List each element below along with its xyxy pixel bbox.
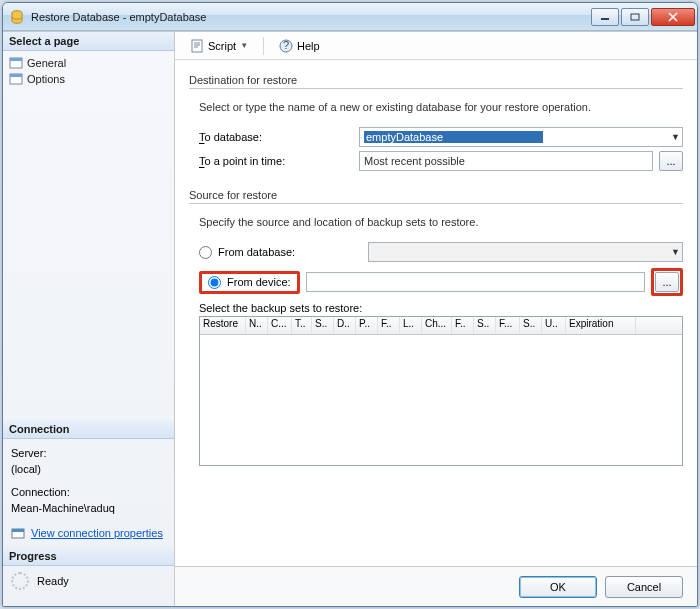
page-options[interactable]: Options: [7, 71, 170, 87]
svg-rect-4: [10, 58, 22, 61]
titlebar[interactable]: Restore Database - emptyDatabase: [3, 3, 697, 31]
from-database-dropdown[interactable]: ▼: [368, 242, 683, 262]
column-header[interactable]: F..: [378, 317, 400, 334]
column-header[interactable]: Ch...: [422, 317, 452, 334]
column-header[interactable]: C...: [268, 317, 292, 334]
page-label: Options: [27, 73, 65, 85]
backup-sets-grid[interactable]: RestoreN..C...T..S..D..P..F..L..Ch...F..…: [199, 316, 683, 466]
to-point-browse-button[interactable]: ...: [659, 151, 683, 171]
source-group-label: Source for restore: [189, 189, 683, 201]
from-device-radio[interactable]: [208, 276, 221, 289]
page-icon: [9, 56, 23, 70]
sidebar: Select a page General Options Connection…: [3, 32, 175, 606]
divider: [189, 203, 683, 204]
to-point-field[interactable]: Most recent possible: [359, 151, 653, 171]
toolbar: Script ▼ ? Help: [175, 32, 697, 60]
restore-database-dialog: Restore Database - emptyDatabase Select …: [2, 2, 698, 607]
column-header[interactable]: S..: [312, 317, 334, 334]
page-general[interactable]: General: [7, 55, 170, 71]
page-icon: [9, 72, 23, 86]
to-database-dropdown[interactable]: emptyDatabase ▼: [359, 127, 683, 147]
column-header[interactable]: T..: [292, 317, 312, 334]
column-header[interactable]: U..: [542, 317, 566, 334]
main-panel: Script ▼ ? Help Destination for restore …: [175, 32, 697, 606]
window-title: Restore Database - emptyDatabase: [31, 11, 589, 23]
column-header[interactable]: L..: [400, 317, 422, 334]
from-database-radio[interactable]: [199, 246, 212, 259]
script-button[interactable]: Script ▼: [183, 36, 255, 56]
column-header[interactable]: P..: [356, 317, 378, 334]
from-device-field[interactable]: [306, 272, 645, 292]
dialog-footer: OK Cancel: [175, 566, 697, 606]
maximize-button[interactable]: [621, 8, 649, 26]
column-header[interactable]: N..: [246, 317, 268, 334]
page-label: General: [27, 57, 66, 69]
help-label: Help: [297, 40, 320, 52]
svg-rect-8: [12, 529, 24, 532]
script-label: Script: [208, 40, 236, 52]
progress-spinner-icon: [11, 572, 29, 590]
server-value: (local): [11, 461, 166, 478]
view-connection-properties-link[interactable]: View connection properties: [31, 525, 163, 542]
help-icon: ?: [279, 39, 293, 53]
destination-group-label: Destination for restore: [189, 74, 683, 86]
to-database-value: emptyDatabase: [364, 131, 543, 143]
connection-header: Connection: [3, 420, 174, 439]
divider: [189, 88, 683, 89]
server-label: Server:: [11, 445, 166, 462]
svg-rect-2: [631, 14, 639, 20]
script-icon: [190, 39, 204, 53]
database-icon: [9, 9, 25, 25]
close-button[interactable]: [651, 8, 695, 26]
connection-info: Server: (local) Connection: Mean-Machine…: [3, 439, 174, 548]
connection-properties-icon: [11, 526, 25, 540]
ok-button[interactable]: OK: [519, 576, 597, 598]
backup-sets-caption: Select the backup sets to restore:: [199, 302, 683, 314]
svg-text:?: ?: [283, 39, 289, 51]
dropdown-arrow-icon: ▼: [240, 41, 248, 50]
column-header[interactable]: Expiration: [566, 317, 636, 334]
svg-rect-1: [601, 18, 609, 20]
from-device-label: From device:: [227, 276, 291, 288]
destination-description: Select or type the name of a new or exis…: [199, 101, 683, 113]
cancel-button[interactable]: Cancel: [605, 576, 683, 598]
svg-rect-9: [192, 40, 202, 52]
connection-value: Mean-Machine\raduq: [11, 500, 166, 517]
column-header[interactable]: S..: [474, 317, 496, 334]
column-header[interactable]: D..: [334, 317, 356, 334]
from-database-label: From database:: [218, 246, 368, 258]
column-header[interactable]: F...: [496, 317, 520, 334]
dropdown-arrow-icon: ▼: [671, 132, 680, 142]
progress-header: Progress: [3, 547, 174, 566]
dropdown-arrow-icon: ▼: [671, 247, 680, 257]
progress-status: Ready: [37, 575, 69, 587]
from-device-browse-button[interactable]: ...: [655, 272, 679, 292]
to-database-label: To database:: [199, 131, 359, 143]
column-header[interactable]: F..: [452, 317, 474, 334]
connection-label: Connection:: [11, 484, 166, 501]
column-header[interactable]: Restore: [200, 317, 246, 334]
to-point-label: To a point in time:: [199, 155, 359, 167]
column-header[interactable]: S..: [520, 317, 542, 334]
minimize-button[interactable]: [591, 8, 619, 26]
source-description: Specify the source and location of backu…: [199, 216, 683, 228]
help-button[interactable]: ? Help: [272, 36, 327, 56]
select-page-header: Select a page: [3, 32, 174, 51]
svg-rect-6: [10, 74, 22, 77]
